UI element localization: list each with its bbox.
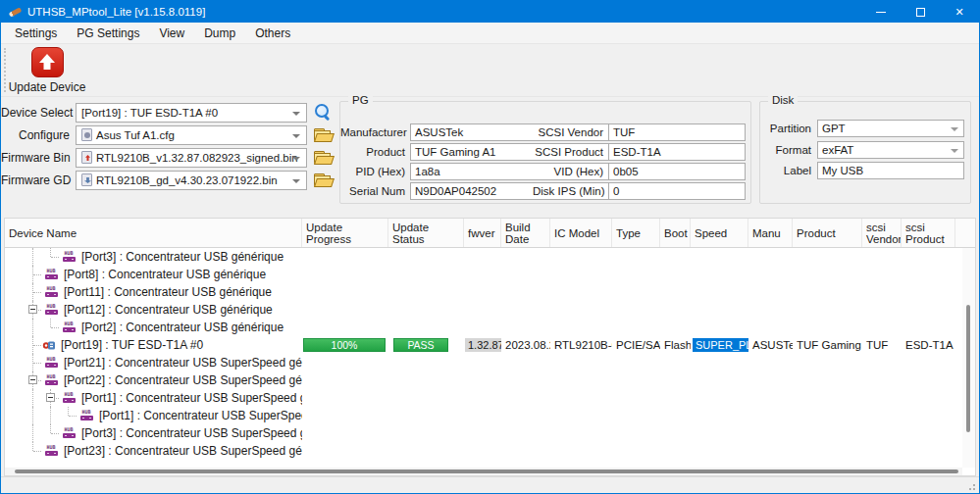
col-scsi-vendor[interactable]: scsi Vendor xyxy=(862,219,902,247)
col-boot[interactable]: Boot xyxy=(660,219,691,247)
pg-groupbox: PG Manufacturer ASUSTek Product TUF Gami… xyxy=(339,101,751,204)
firmware-bin-combo[interactable]: RTL9210B_v1.32.87.082923_signed.bin xyxy=(76,148,307,168)
col-ic-model[interactable]: IC Model xyxy=(550,219,612,247)
col-build-date[interactable]: Build Date xyxy=(501,219,550,247)
table-row-device[interactable]: [Port19] : TUF ESD-T1A #0 100% PASS 1.32… xyxy=(5,336,975,354)
col-device-name[interactable]: Device Name xyxy=(5,219,302,247)
table-row[interactable]: HUB[Port21] : Concentrateur USB SuperSpe… xyxy=(5,354,975,371)
col-fwver[interactable]: fwver xyxy=(464,219,501,247)
col-manu[interactable]: Manu xyxy=(748,219,793,247)
build-date-cell: 2023.08.29 xyxy=(501,339,550,351)
chevron-down-icon xyxy=(292,179,300,183)
maximize-button[interactable] xyxy=(901,1,940,23)
disk-ips-field[interactable]: 0 xyxy=(608,182,746,200)
configure-combo[interactable]: Asus Tuf A1.cfg xyxy=(76,125,307,145)
usb-hub-icon: HUB xyxy=(43,269,59,281)
table-row[interactable]: HUB[Port12] : Concentrateur USB génériqu… xyxy=(5,301,975,319)
horizontal-scrollbar-thumb[interactable] xyxy=(15,469,958,473)
vertical-scrollbar-thumb[interactable] xyxy=(966,305,970,432)
configure-label: Configure xyxy=(1,125,70,145)
toolbar: Update Device xyxy=(1,44,979,97)
scsi-product-label: SCSI Product xyxy=(533,143,603,161)
format-label: Format xyxy=(760,141,811,159)
chevron-down-icon xyxy=(951,149,958,153)
device-select-combo[interactable]: [Port19] : TUF ESD-T1A #0 xyxy=(76,103,307,123)
scsi-product-field[interactable]: ESD-T1A xyxy=(608,143,746,161)
statusbar xyxy=(1,476,979,493)
update-device-button[interactable]: Update Device xyxy=(7,44,87,96)
firmware-gd-combo[interactable]: RTL9210B_gd_v4.30.23.071922.bin xyxy=(76,171,307,190)
menubar: Settings PG Settings View Dump Others xyxy=(1,23,979,44)
horizontal-scrollbar[interactable] xyxy=(5,468,962,475)
device-search-button[interactable] xyxy=(311,101,335,123)
menu-others[interactable]: Others xyxy=(245,24,300,43)
col-product[interactable]: Product xyxy=(793,219,862,247)
table-row[interactable]: HUB[Port3] : Concentrateur USB générique xyxy=(5,248,975,266)
usb-hub-icon: HUB xyxy=(43,304,59,317)
col-speed[interactable]: Speed xyxy=(691,219,748,247)
volume-label-field[interactable]: My USB xyxy=(817,162,964,179)
table-row[interactable]: HUB[Port11] : Concentrateur USB génériqu… xyxy=(5,283,975,301)
usb-hub-icon: HUB xyxy=(43,357,59,370)
partition-combo[interactable]: GPT xyxy=(817,120,964,137)
firmware-gd-browse-button[interactable] xyxy=(311,170,335,191)
col-scsi-product[interactable]: scsi Product xyxy=(902,219,955,247)
configure-browse-button[interactable] xyxy=(311,124,335,146)
col-update-progress[interactable]: Update Progress xyxy=(302,219,388,247)
serial-num-label: Serial Num xyxy=(340,182,405,200)
form-area: Device Select [Port19] : TUF ESD-T1A #0 … xyxy=(1,97,979,210)
manufacturer-label: Manufacturer xyxy=(340,124,405,141)
progress-bar: 100% xyxy=(303,338,386,352)
table-row[interactable]: HUB[Port22] : Concentrateur USB SuperSpe… xyxy=(5,371,975,389)
tree-collapse-icon[interactable] xyxy=(28,375,37,384)
table-header: Device Name Update Progress Update Statu… xyxy=(5,219,975,248)
scsi-vendor-field[interactable]: TUF xyxy=(608,124,746,141)
speed-badge: SUPER_PLUS xyxy=(693,338,748,352)
maximize-icon xyxy=(916,8,925,17)
app-icon xyxy=(8,6,21,19)
table-row[interactable]: HUB[Port3] : Concentrateur USB SuperSpee… xyxy=(5,424,975,442)
device-select-label: Device Select xyxy=(1,103,70,123)
chevron-down-icon xyxy=(292,112,300,116)
usb-device-icon xyxy=(42,339,56,352)
usb-hub-icon: HUB xyxy=(43,286,59,299)
app-window: UTHSB_MPtool_Lite [v1.15.8.0119] ✕ Setti… xyxy=(0,0,980,494)
type-cell: PCIE/SATA xyxy=(612,339,660,351)
menu-view[interactable]: View xyxy=(149,24,194,43)
config-file-icon xyxy=(81,128,92,141)
disk-group-title: Disk xyxy=(768,94,798,106)
format-combo[interactable]: exFAT xyxy=(817,141,964,159)
minimize-button[interactable] xyxy=(861,1,901,23)
vid-field[interactable]: 0b05 xyxy=(608,163,746,180)
vertical-scrollbar[interactable] xyxy=(962,248,975,468)
usb-hub-icon: HUB xyxy=(43,445,59,458)
menu-dump[interactable]: Dump xyxy=(194,24,245,43)
toolbar-grip xyxy=(4,48,7,92)
firmware-bin-browse-button[interactable] xyxy=(311,147,335,169)
manu-cell: ASUSTek xyxy=(748,339,793,351)
firmware-gd-file-icon xyxy=(81,173,92,186)
boot-cell: Flash xyxy=(660,339,691,351)
table-row[interactable]: HUB[Port2] : Concentrateur USB générique xyxy=(5,319,975,336)
partition-label: Partition xyxy=(760,120,811,137)
update-device-icon xyxy=(31,47,64,77)
resize-grip-icon[interactable] xyxy=(973,488,975,490)
col-update-status[interactable]: Update Status xyxy=(388,219,464,247)
tree-collapse-icon[interactable] xyxy=(28,305,37,314)
pid-label: PID (Hex) xyxy=(340,163,405,180)
menu-pg-settings[interactable]: PG Settings xyxy=(67,24,149,43)
table-row[interactable]: HUB[Port1] : Concentrateur USB SuperSpee… xyxy=(5,389,975,407)
vid-label: VID (Hex) xyxy=(533,163,603,180)
close-button[interactable]: ✕ xyxy=(940,1,979,23)
table-row[interactable]: HUB[Port23] : Concentrateur USB SuperSpe… xyxy=(5,442,975,460)
table-row[interactable]: HUB[Port8] : Concentrateur USB générique xyxy=(5,266,975,283)
tree-collapse-icon[interactable] xyxy=(46,393,55,402)
table-row[interactable]: HUB[Port1] : Concentrateur USB SuperSpee… xyxy=(5,407,975,424)
titlebar: UTHSB_MPtool_Lite [v1.15.8.0119] ✕ xyxy=(1,1,979,23)
pg-group-title: PG xyxy=(348,94,373,106)
chevron-down-icon xyxy=(292,157,300,161)
scsi-product-cell: ESD-T1A xyxy=(902,339,955,351)
menu-settings[interactable]: Settings xyxy=(5,24,67,43)
col-type[interactable]: Type xyxy=(612,219,660,247)
firmware-gd-label: Firmware GD xyxy=(1,171,70,190)
